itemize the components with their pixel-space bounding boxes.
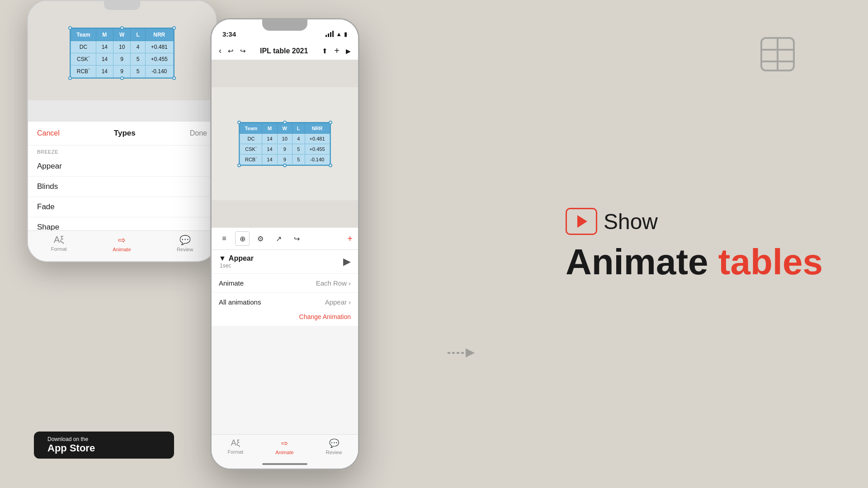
wifi-icon: ▲: [336, 31, 342, 38]
table-row: CSK` 14 9 5 +0.455: [240, 144, 330, 154]
right-screen: 3:34 ▲ ▮ ‹ ↩ ↪ IPL table 2021 ⬆: [212, 19, 358, 469]
sel-bl: [237, 164, 241, 167]
nav-left: ‹ ↩ ↪: [219, 46, 246, 56]
status-icons: ▲ ▮: [326, 31, 347, 38]
left-ipl-table: Team M W L NRR DC 14 10 4: [70, 28, 175, 79]
sel-tl: [237, 121, 241, 124]
nav-bar: ‹ ↩ ↪ IPL table 2021 ⬆ + ▶: [212, 42, 358, 60]
table-icon-decoration: [760, 36, 796, 72]
animate-text: Animate: [566, 242, 708, 282]
battery-icon: ▮: [344, 31, 347, 38]
show-text: Show: [604, 209, 658, 234]
change-animation-link[interactable]: Change Animation: [212, 311, 358, 326]
table-row: RCB` 14 9 5 -0.140: [71, 65, 174, 77]
chevron-right-2-icon: ›: [349, 298, 351, 306]
curve-icon[interactable]: ↪: [289, 231, 304, 246]
selection-handle-tr: [172, 26, 176, 30]
list-icon[interactable]: ≡: [217, 231, 231, 246]
right-review-icon: 💬: [329, 438, 339, 448]
list-item-blinds[interactable]: Blinds: [28, 177, 216, 197]
right-format-label: Format: [227, 449, 243, 455]
animate-icon: ⇨: [118, 235, 126, 245]
appear-label: Appear: [229, 254, 254, 263]
all-animations-row[interactable]: All animations Appear ›: [212, 293, 358, 311]
settings3-icon[interactable]: ↗: [271, 231, 286, 246]
right-ipl-table: Team M W L NRR DC 14 10 4: [239, 122, 330, 166]
arrow-icon: [448, 344, 475, 366]
right-review-label: Review: [326, 450, 342, 455]
tab-animate-label: Animate: [113, 247, 131, 252]
col-w: W: [113, 28, 131, 41]
each-row-value: Each Row: [316, 279, 347, 287]
right-canvas-bottom: [212, 200, 358, 227]
redo-icon[interactable]: ↪: [240, 47, 246, 55]
animate-row-value: Each Row ›: [316, 279, 351, 287]
settings1-icon[interactable]: ⊕: [235, 231, 250, 246]
appear-value: Appear: [325, 298, 347, 306]
right-phone: 3:34 ▲ ▮ ‹ ↩ ↪ IPL table 2021 ⬆: [210, 18, 359, 470]
play-triangle-icon: [577, 215, 587, 228]
table-row: CSK` 14 9 5 +0.455: [71, 53, 174, 65]
sel-tr: [329, 121, 332, 124]
section-label: BREEZE: [28, 145, 216, 156]
app-store-badge[interactable]: Download on the App Store: [34, 432, 174, 459]
phone-notch: [262, 19, 307, 31]
app-store-text: Download on the App Store: [47, 436, 95, 454]
selection-handle-bm: [120, 76, 124, 80]
animate-row-label: Animate: [219, 279, 244, 287]
table-row: DC 14 10 4 +0.481: [240, 133, 330, 144]
add-icon[interactable]: +: [334, 46, 340, 56]
list-item-appear[interactable]: Appear: [28, 156, 216, 177]
share-icon[interactable]: ⬆: [322, 47, 328, 55]
animate-panel: ▼ Appear 1sec ▶ Animate Each Row › All a…: [212, 250, 358, 326]
right-format-icon: Aξ: [231, 438, 240, 448]
right-tab-review[interactable]: 💬 Review: [326, 438, 342, 455]
home-indicator: [262, 463, 307, 465]
settings2-icon[interactable]: ⚙: [253, 231, 268, 246]
nav-title: IPL table 2021: [246, 47, 322, 55]
left-phone: Team M W L NRR DC 14 10 4: [27, 0, 217, 262]
add-animation-button[interactable]: +: [347, 234, 353, 244]
status-time: 3:34: [222, 30, 236, 38]
col-nrr: NRR: [145, 28, 173, 41]
tab-format[interactable]: Aξ Format: [51, 235, 67, 252]
all-animations-label: All animations: [219, 298, 261, 306]
play-preview-button[interactable]: ▶: [343, 256, 351, 267]
signal-icon: [326, 31, 334, 37]
right-tab-animate[interactable]: ⇨ Animate: [275, 438, 293, 455]
col-team: Team: [71, 28, 96, 41]
svg-marker-5: [466, 348, 475, 357]
left-notch: [104, 1, 140, 10]
right-tab-format[interactable]: Aξ Format: [227, 438, 243, 455]
tab-review[interactable]: 💬 Review: [177, 235, 193, 252]
done-button[interactable]: Done: [190, 129, 207, 137]
panel-title: Types: [114, 129, 136, 138]
col-m: M: [96, 28, 113, 41]
right-table-area: Team M W L NRR DC 14 10 4: [212, 87, 358, 200]
left-tab-bar: Aξ Format ⇨ Animate 💬 Review: [28, 230, 216, 261]
cancel-button[interactable]: Cancel: [37, 129, 60, 137]
tab-animate[interactable]: ⇨ Animate: [113, 235, 131, 252]
play-icon[interactable]: ▶: [346, 47, 351, 55]
show-badge: Show: [566, 208, 823, 235]
left-table-area: Team M W L NRR DC 14 10 4: [28, 1, 216, 100]
col-l: L: [131, 28, 145, 41]
nav-right: ⬆ + ▶: [322, 46, 351, 56]
format-icon: Aξ: [54, 235, 64, 245]
download-label: Download on the: [47, 436, 95, 442]
chevron-right-icon: ›: [349, 279, 351, 287]
selection-handle-tm: [120, 26, 124, 30]
hero-headline: Animate tables: [566, 244, 823, 280]
panel-header: Cancel Types Done: [28, 122, 216, 145]
appear-chevron-icon: ▼: [219, 254, 226, 263]
tables-text-word: tables: [718, 242, 823, 282]
list-item-fade[interactable]: Fade: [28, 197, 216, 217]
undo-icon[interactable]: ↩: [228, 47, 234, 55]
appear-section: ▼ Appear 1sec: [219, 254, 254, 269]
app-store-label: App Store: [47, 442, 95, 454]
back-icon[interactable]: ‹: [219, 46, 222, 56]
sel-tm: [283, 121, 287, 124]
all-animations-value: Appear ›: [325, 298, 351, 306]
show-icon: [566, 208, 597, 235]
animate-row[interactable]: Animate Each Row ›: [212, 274, 358, 293]
